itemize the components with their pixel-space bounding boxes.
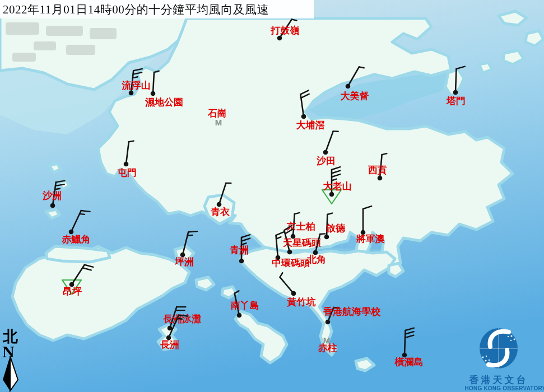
station-label: 沙洲: [42, 190, 62, 201]
station-dot: [50, 203, 55, 208]
station-label: 天星碼頭: [282, 237, 321, 248]
wind-barb-staff-icon: [455, 69, 456, 92]
station-label: 青洲: [230, 245, 249, 255]
station-label: 屯門: [117, 167, 137, 178]
station-dot: [287, 250, 292, 255]
station-label: 長洲: [160, 339, 179, 350]
station-dot: [69, 230, 74, 235]
station-label: 石崗: [207, 108, 227, 119]
station-label: 北角: [306, 254, 326, 265]
station-label: 赤柱: [318, 343, 337, 353]
station-label: 昂坪: [63, 286, 82, 297]
wind-barb-full-icon: [179, 315, 188, 316]
station-label: 橫瀾島: [394, 357, 424, 367]
station-label: 香港航海學校: [323, 306, 381, 317]
station-dot: [129, 91, 134, 96]
station-dot: [151, 91, 156, 96]
station-label: 西貢: [368, 165, 387, 175]
station-label: 赤鱲角: [62, 234, 91, 245]
compass-letter: N: [2, 342, 15, 361]
wind-barb-half-icon: [188, 235, 193, 236]
station-dot: [329, 192, 334, 197]
station-label: 將軍澳: [356, 234, 385, 244]
station-dot: [277, 36, 282, 41]
wind-barb-half-icon: [80, 214, 85, 214]
station-label: 黃竹坑: [287, 296, 316, 307]
station-dot: [217, 202, 222, 207]
station-label: 大美督: [341, 90, 369, 101]
station-label: 大埔滘: [296, 120, 325, 130]
station-label: 青衣: [211, 207, 230, 217]
station-label: 沙田: [316, 156, 336, 166]
land-ne-island-4: [479, 63, 492, 73]
station-dot: [453, 90, 458, 95]
station-label: 南丫島: [231, 300, 259, 311]
hko-logo-name-en: HONG KONG OBSERVATORY: [465, 385, 544, 391]
station-label: 塔門: [446, 96, 466, 106]
station-label: 濕地公園: [145, 97, 183, 108]
station-dot: [326, 320, 331, 325]
station-label: 坪洲: [174, 256, 194, 267]
station-dot: [323, 150, 328, 155]
station-dot: [324, 235, 329, 240]
wind-barb-full-icon: [188, 231, 197, 232]
station-dot: [301, 114, 306, 119]
wind-barb-half-icon: [177, 319, 182, 319]
station-label: 打鼓嶺: [271, 25, 300, 36]
station-label: 中環碼頭: [272, 258, 310, 268]
land-chek-lap-kok: [46, 246, 110, 262]
wind-map: 2022年11月01日14時00分的十分鐘平均風向及風速 流浮山濕地公園M石崗打…: [0, 0, 544, 392]
station-label: 啟德: [326, 223, 346, 234]
station-dot: [239, 259, 244, 264]
station-label: 大老山: [323, 181, 352, 192]
map-title: 2022年11月01日14時00分的十分鐘平均風向及風速: [3, 3, 269, 16]
wind-barb-half-icon: [129, 141, 134, 142]
hko-logo-name-cn: 香港天文台: [469, 375, 528, 385]
station-label: 流浮山: [122, 80, 151, 91]
missing-data-marker: M: [215, 118, 222, 127]
wind-barb-half-icon: [55, 189, 60, 190]
title-bar: 2022年11月01日14時00分的十分鐘平均風向及風速: [0, 0, 314, 18]
land-small-island-1: [222, 287, 236, 298]
station-dot: [237, 313, 242, 318]
station-dot: [346, 84, 351, 89]
station-dot: [124, 162, 129, 167]
station-dot: [378, 176, 383, 181]
wind-barb-half-icon: [320, 234, 325, 234]
station-dot: [291, 291, 296, 296]
